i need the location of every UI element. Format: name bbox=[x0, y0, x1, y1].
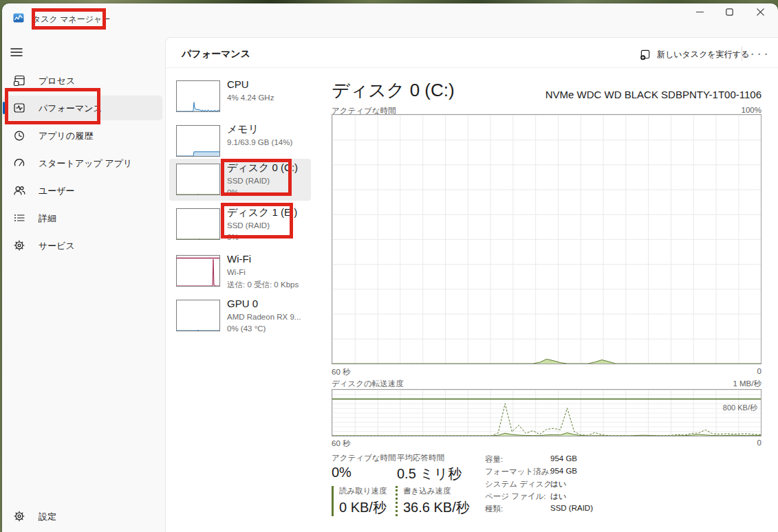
perf-item-title: GPU 0 bbox=[227, 298, 258, 309]
device-name: NVMe WDC WD BLACK SDBPNTY-1T00-1106 bbox=[545, 89, 761, 100]
cpu-sparkline bbox=[176, 80, 220, 112]
sidebar-item-label: プロセス bbox=[39, 75, 75, 87]
active-time-x-left: 60 秒 bbox=[332, 367, 351, 377]
active-time-stat-value: 0% bbox=[332, 465, 352, 480]
sidebar-item-settings[interactable]: 設定 bbox=[3, 504, 162, 529]
annotation-box-disk1 bbox=[221, 203, 293, 239]
wifi-sparkline bbox=[176, 255, 220, 287]
header-vertical-divider bbox=[742, 47, 742, 61]
users-icon bbox=[13, 184, 25, 197]
processes-icon bbox=[13, 74, 25, 87]
sidebar-item-label: スタートアップ アプリ bbox=[39, 157, 132, 170]
more-options-icon: ・・・ bbox=[749, 50, 770, 59]
detail-label: ページ ファイル: bbox=[485, 491, 546, 502]
run-new-task-label: 新しいタスクを実行する bbox=[657, 49, 749, 60]
more-options-button[interactable]: ・・・ bbox=[748, 44, 771, 65]
annotation-box-disk0 bbox=[221, 159, 292, 196]
sidebar-item-label: ユーザー bbox=[39, 185, 75, 197]
detail-value: 954 GB bbox=[550, 454, 577, 463]
sidebar-item-users[interactable]: ユーザー bbox=[3, 178, 162, 203]
settings-gear-icon bbox=[13, 510, 25, 522]
perf-item-subtitle2: 0% (43 °C) bbox=[227, 324, 266, 333]
gpu-sparkline bbox=[176, 300, 220, 331]
startup-apps-icon bbox=[13, 157, 25, 169]
response-time-value: 0.5 ミリ秒 bbox=[397, 465, 462, 483]
task-manager-app-icon bbox=[13, 12, 24, 23]
detail-row-type: 種類: SSD (RAID) bbox=[485, 504, 712, 516]
sidebar-item-label: アプリの履歴 bbox=[39, 130, 93, 142]
memory-sparkline bbox=[176, 125, 220, 157]
perf-item-title: メモリ bbox=[227, 123, 259, 136]
detail-value: はい bbox=[550, 491, 567, 502]
write-speed-block: 書き込み速度 36.6 KB/秒 bbox=[396, 486, 470, 516]
detail-row-page-file: ページ ファイル: はい bbox=[485, 491, 712, 504]
detail-label: システム ディスク: bbox=[485, 479, 554, 489]
app-history-icon bbox=[13, 129, 25, 142]
read-speed-block: 読み取り速度 0 KB/秒 bbox=[332, 486, 387, 516]
detail-label: 容量: bbox=[485, 454, 503, 465]
minimize-button[interactable] bbox=[686, 2, 713, 21]
close-button[interactable] bbox=[746, 2, 774, 21]
active-time-chart bbox=[332, 114, 761, 364]
write-speed-value: 36.6 KB/秒 bbox=[403, 498, 470, 517]
detail-row-system-disk: システム ディスク: はい bbox=[485, 479, 712, 491]
perf-item-subtitle2: 送信: 0 受信: 0 Kbps bbox=[227, 280, 299, 290]
disk-detail-title: ディスク 0 (C:) bbox=[332, 78, 455, 102]
sidebar-item-label: 設定 bbox=[39, 511, 56, 523]
detail-row-capacity: 容量: 954 GB bbox=[485, 454, 712, 467]
detail-row-formatted: フォーマット済み: 954 GB bbox=[485, 467, 712, 479]
sidebar-item-details[interactable]: 詳細 bbox=[3, 206, 162, 230]
transfer-marker-label: 800 KB/秒 bbox=[723, 403, 757, 413]
details-icon bbox=[13, 212, 25, 224]
detail-label: 種類: bbox=[485, 504, 503, 514]
perf-item-gpu[interactable]: GPU 0 AMD Radeon RX 9... 0% (43 °C) bbox=[169, 295, 311, 339]
annotation-box-window-title bbox=[32, 8, 106, 30]
sidebar-item-label: 詳細 bbox=[39, 212, 56, 225]
run-new-task-button[interactable]: 新しいタスクを実行する bbox=[634, 44, 755, 65]
perf-item-memory[interactable]: メモリ 9.1/63.9 GB (14%) bbox=[169, 120, 311, 163]
detail-value: 954 GB bbox=[550, 467, 577, 475]
desktop: タスク マネージャー プロセス パフォーマンス アプリの履歴 bbox=[0, 0, 778, 532]
read-speed-label: 読み取り速度 bbox=[339, 486, 387, 496]
perf-item-subtitle: 9.1/63.9 GB (14%) bbox=[227, 138, 292, 146]
sidebar-item-services[interactable]: サービス bbox=[3, 233, 162, 258]
active-time-max-label: 100% bbox=[742, 106, 761, 114]
transfer-x-left: 60 秒 bbox=[332, 439, 351, 449]
write-speed-label: 書き込み速度 bbox=[403, 486, 470, 496]
perf-item-cpu[interactable]: CPU 4% 4.24 GHz bbox=[169, 76, 311, 118]
perf-item-subtitle: 4% 4.24 GHz bbox=[227, 93, 274, 102]
active-time-stat-label: アクティブな時間 bbox=[332, 453, 396, 463]
page-title: パフォーマンス bbox=[182, 48, 250, 60]
transfer-max-label: 1 MB/秒 bbox=[733, 379, 761, 389]
disk0-sparkline bbox=[176, 164, 220, 195]
active-time-x-right: 0 bbox=[757, 367, 761, 375]
minimize-icon bbox=[696, 8, 704, 16]
hamburger-icon bbox=[10, 45, 23, 59]
detail-label: フォーマット済み: bbox=[485, 467, 552, 477]
sidebar-item-app-history[interactable]: アプリの履歴 bbox=[3, 123, 162, 148]
response-time-label: 平均応答時間 bbox=[397, 453, 444, 463]
transfer-x-right: 0 bbox=[757, 439, 761, 447]
navigation-menu-button[interactable] bbox=[10, 45, 26, 60]
maximize-button[interactable] bbox=[715, 2, 743, 21]
perf-item-subtitle: AMD Radeon RX 9... bbox=[227, 313, 301, 321]
detail-value: はい bbox=[550, 479, 567, 489]
disk1-sparkline bbox=[176, 208, 220, 240]
sidebar-item-startup-apps[interactable]: スタートアップ アプリ bbox=[3, 151, 162, 175]
new-task-icon bbox=[640, 49, 651, 60]
header-divider bbox=[166, 67, 778, 68]
perf-item-wifi[interactable]: Wi-Fi Wi-Fi 送信: 0 受信: 0 Kbps bbox=[169, 250, 311, 294]
detail-value: SSD (RAID) bbox=[550, 504, 593, 512]
maximize-icon bbox=[726, 8, 733, 16]
services-icon bbox=[13, 239, 25, 252]
read-speed-value: 0 KB/秒 bbox=[339, 498, 387, 517]
perf-item-subtitle: Wi-Fi bbox=[227, 268, 246, 276]
transfer-rate-chart bbox=[332, 389, 761, 436]
sidebar-item-label: サービス bbox=[39, 240, 75, 252]
perf-item-title: CPU bbox=[227, 78, 249, 90]
transfer-chart-label: ディスクの転送速度 bbox=[332, 379, 404, 389]
annotation-box-performance-tab bbox=[5, 88, 100, 124]
close-icon bbox=[757, 8, 764, 16]
perf-item-title: Wi-Fi bbox=[227, 253, 251, 265]
